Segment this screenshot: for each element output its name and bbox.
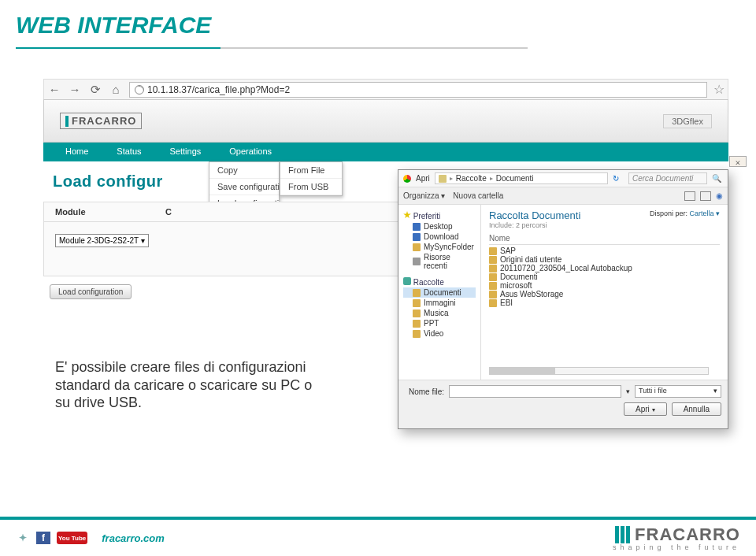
nav-documenti[interactable]: Documenti [403, 287, 476, 298]
menu-status[interactable]: Status [102, 143, 155, 161]
twitter-icon[interactable]: ✦ [16, 532, 30, 544]
dialog-title: Apri [416, 174, 430, 183]
h-scrollbar[interactable] [489, 367, 709, 376]
open-button[interactable]: Apri ▾ [624, 402, 667, 416]
breadcrumb[interactable]: ▸ Raccolte ▸ Documenti [435, 172, 608, 184]
nav-mysync[interactable]: MySyncFolder [403, 242, 476, 252]
load-config-button[interactable]: Load configuration [50, 284, 132, 299]
slide-body-text: E' possibile creare files di configurazi… [55, 358, 386, 412]
site-link[interactable]: fracarro.com [102, 532, 164, 544]
th-choose: C [165, 207, 228, 217]
organize-button[interactable]: Organizza ▾ [403, 191, 445, 200]
search-icon[interactable]: 🔍 [712, 174, 723, 183]
nav-desktop[interactable]: Desktop [403, 221, 476, 232]
menu-operations[interactable]: Operations [215, 143, 286, 161]
module-select[interactable]: Module 2-3DG-2S2-2T ▾ [55, 234, 149, 247]
filetype-select[interactable]: Tutti i file▾ [635, 385, 721, 398]
dialog-toolbar: Organizza ▾ Nuova cartella ◉ [398, 187, 728, 205]
filename-label: Nome file: [405, 387, 444, 396]
address-bar[interactable]: 10.1.18.37/carica_file.php?Mod=2 [129, 82, 707, 98]
load-from-file[interactable]: From File [280, 162, 342, 179]
list-subheading: Include: 2 percorsi [489, 221, 720, 229]
preview-icon[interactable] [700, 191, 711, 201]
nav-musica[interactable]: Musica [403, 308, 476, 318]
dialog-search[interactable]: Cerca Documenti [628, 172, 707, 184]
filename-input[interactable] [449, 385, 621, 398]
product-label: 3DGflex [663, 114, 712, 128]
folder-autobackup[interactable]: 20110720_230504_Local Autobackup [489, 264, 720, 272]
load-from-usb[interactable]: From USB [280, 179, 342, 195]
view-icon[interactable] [684, 191, 695, 201]
folder-sap[interactable]: SAP [489, 246, 720, 255]
menu-settings[interactable]: Settings [156, 143, 216, 161]
footer-logo: FRACARRO [613, 524, 740, 545]
crumb-raccolte[interactable]: Raccolte [456, 174, 487, 183]
slide-footer: ✦ f You Tube fracarro.com FRACARRO shapi… [0, 517, 756, 556]
url-text: 10.1.18.37/carica_file.php?Mod=2 [147, 84, 290, 95]
folder-icon [439, 175, 447, 183]
arrange-value[interactable]: Cartella ▾ [689, 209, 720, 217]
menu-home[interactable]: Home [51, 143, 102, 161]
load-submenu: From File From USB [280, 161, 343, 196]
reload-icon[interactable]: ⟳ [88, 83, 102, 97]
folder-ebi[interactable]: EBI [489, 298, 720, 307]
column-name[interactable]: Nome [489, 232, 720, 245]
cancel-button[interactable]: Annulla [672, 402, 721, 416]
back-icon[interactable]: ← [47, 83, 61, 97]
nav-immagini[interactable]: Immagini [403, 298, 476, 308]
dialog-close-icon[interactable]: ⨉ [729, 156, 747, 167]
home-icon[interactable]: ⌂ [109, 83, 123, 97]
app-header: FRACARRO 3DGflex [43, 99, 728, 143]
facebook-icon[interactable]: f [36, 532, 50, 544]
dialog-footer: Nome file: ▾ Tutti i file▾ Apri ▾ Annull… [398, 380, 728, 428]
dialog-titlebar: Apri ▸ Raccolte ▸ Documenti ↻ Cerca Docu… [398, 170, 728, 187]
dialog-filelist: Raccolta Documenti Include: 2 percorsi D… [481, 205, 728, 380]
th-module: Module [55, 207, 165, 217]
browser-toolbar: ← → ⟳ ⌂ 10.1.18.37/carica_file.php?Mod=2… [43, 79, 728, 99]
nav-video[interactable]: Video [403, 328, 476, 339]
star-icon [403, 211, 411, 219]
op-copy[interactable]: Copy [209, 162, 279, 179]
op-save[interactable]: Save configuration [209, 179, 279, 195]
nav-favorites-header: Preferiti [413, 212, 440, 221]
slide-title: WEB INTERFACE [16, 12, 211, 39]
folder-origini[interactable]: Origini dati utente [489, 255, 720, 264]
help-icon[interactable]: ◉ [716, 191, 723, 200]
bookmark-icon[interactable]: ☆ [713, 82, 724, 97]
youtube-icon[interactable]: You Tube [57, 532, 87, 544]
nav-recent[interactable]: Risorse recenti [403, 252, 476, 271]
folder-microsoft[interactable]: microsoft [489, 281, 720, 290]
folder-documenti[interactable]: Documenti [489, 272, 720, 281]
nav-libraries-header: Raccolte [413, 278, 444, 287]
footer-tagline: shaping the future [613, 543, 740, 551]
main-menu: Home Status Settings Operations Copy Sav… [43, 143, 728, 161]
new-folder-button[interactable]: Nuova cartella [453, 191, 503, 200]
brand-logo: FRACARRO [60, 113, 142, 129]
globe-icon [135, 85, 144, 95]
library-icon [403, 277, 411, 285]
file-open-dialog: ⨉ Apri ▸ Raccolte ▸ Documenti ↻ Cerca Do… [398, 169, 728, 429]
folder-asus[interactable]: Asus WebStorage [489, 290, 720, 298]
arrange-label: Disponi per: [650, 209, 687, 217]
nav-ppt[interactable]: PPT [403, 318, 476, 328]
nav-download[interactable]: Download [403, 232, 476, 242]
chrome-icon [403, 175, 411, 183]
title-underline [16, 47, 528, 49]
forward-icon[interactable]: → [68, 83, 82, 97]
crumb-documenti[interactable]: Documenti [496, 174, 534, 183]
dialog-nav: Preferiti Desktop Download MySyncFolder … [398, 205, 481, 380]
refresh-icon[interactable]: ↻ [613, 174, 624, 183]
